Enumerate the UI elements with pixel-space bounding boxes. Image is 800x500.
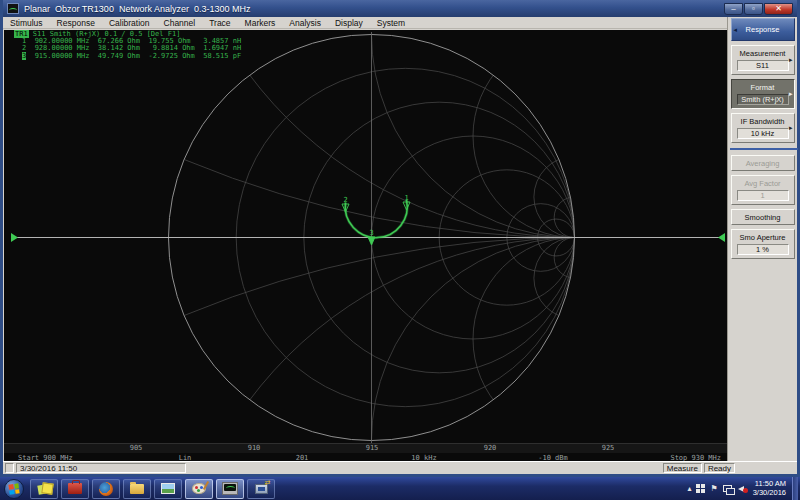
menu-channel[interactable]: Channel — [157, 18, 203, 28]
status-bar: 3/30/2016 11:50 Measure Ready — [3, 461, 797, 474]
remote-desktop-icon[interactable] — [247, 479, 275, 499]
menu-display[interactable]: Display — [328, 18, 370, 28]
softkey-response[interactable]: ◂ Response — [731, 18, 795, 41]
marker-readout-row-3: 3 915.00000 MHz 49.749 Ohm -2.9725 Ohm 5… — [14, 53, 241, 60]
tick-925: 925 — [602, 444, 615, 452]
chevron-left-icon: ◂ — [734, 26, 738, 34]
softkey-averaging[interactable]: Averaging — [731, 155, 795, 171]
softkey-measurement[interactable]: Measurement S11 ▸ — [731, 45, 795, 75]
firefox-icon[interactable] — [92, 479, 120, 499]
softkey-panel: ◂ Response Measurement S11 ▸ Format Smit… — [727, 17, 797, 461]
softkey-smo-aperture[interactable]: Smo Aperture 1 % — [731, 229, 795, 259]
trace-readout: TR1 S11 Smith (R+jX) 0.1 / 0.5 [Del F1] … — [14, 31, 241, 60]
minimize-button[interactable]: – — [724, 3, 743, 15]
s11-trace — [345, 200, 407, 238]
hidden-icons-arrow[interactable]: ▴ — [687, 484, 691, 493]
maximize-button[interactable]: ▫ — [744, 3, 763, 15]
action-center-flag-icon[interactable]: ⚑ — [710, 484, 717, 493]
softkey-if-bandwidth[interactable]: IF Bandwidth 10 kHz ▸ — [731, 113, 795, 143]
svg-text:2: 2 — [343, 196, 347, 204]
softkey-avg-factor[interactable]: Avg Factor 1 — [731, 175, 795, 205]
menu-analysis[interactable]: Analysis — [282, 18, 328, 28]
softkey-format[interactable]: Format Smith (R+jX) ▸ — [731, 79, 795, 109]
close-button[interactable]: ✕ — [764, 3, 793, 15]
paint-icon[interactable] — [185, 479, 213, 499]
app-window: Planar Obzor TR1300 Network Analyzer 0.3… — [0, 0, 800, 477]
smith-chart: 123 — [4, 30, 727, 461]
volume-muted-icon[interactable] — [738, 484, 748, 493]
status-icon — [5, 463, 14, 473]
taskbar-clock[interactable]: 11:50 AM 3/30/2016 — [753, 480, 786, 497]
explorer-folder-icon[interactable] — [123, 479, 151, 499]
svg-text:3: 3 — [369, 229, 373, 237]
menu-markers[interactable]: Markers — [238, 18, 283, 28]
toolbox-icon[interactable] — [61, 479, 89, 499]
title-bar: Planar Obzor TR1300 Network Analyzer 0.3… — [3, 0, 797, 17]
sticky-notes-icon[interactable] — [30, 479, 58, 499]
image-viewer-icon[interactable] — [154, 479, 182, 499]
menu-bar: Stimulus Response Calibration Channel Tr… — [3, 17, 727, 29]
network-grid-icon[interactable] — [696, 484, 705, 493]
taskbar: ▴ ⚑ 11:50 AM 3/30/2016 — [0, 477, 800, 500]
tr1300-analyzer-icon[interactable] — [216, 479, 244, 499]
softkey-separator — [730, 148, 798, 150]
show-desktop-button[interactable] — [792, 477, 798, 500]
left-reference-arrow-icon — [11, 233, 18, 242]
trace-marker-3[interactable]: 3 — [368, 229, 375, 246]
smith-grid — [4, 30, 727, 461]
svg-text:1: 1 — [404, 194, 408, 202]
dual-display-icon[interactable] — [723, 485, 733, 493]
chevron-right-icon: ▸ — [789, 124, 793, 132]
menu-trace[interactable]: Trace — [202, 18, 237, 28]
app-icon — [7, 3, 19, 14]
window-title: Planar Obzor TR1300 Network Analyzer 0.3… — [24, 4, 250, 14]
s11-trace-glow — [345, 200, 407, 238]
chevron-right-icon: ▸ — [789, 90, 793, 98]
tick-920: 920 — [484, 444, 497, 452]
windows-logo-icon — [8, 483, 19, 494]
chevron-right-icon: ▸ — [789, 56, 793, 64]
softkey-smoothing[interactable]: Smoothing — [731, 209, 795, 225]
tick-910: 910 — [248, 444, 261, 452]
menu-stimulus[interactable]: Stimulus — [3, 18, 50, 28]
menu-response[interactable]: Response — [50, 18, 102, 28]
start-button[interactable] — [4, 479, 24, 499]
smith-chart-plot-area: 123 TR1 S11 Smith (R+jX) 0.1 / 0.5 [Del … — [4, 30, 727, 461]
menu-calibration[interactable]: Calibration — [102, 18, 157, 28]
right-reference-arrow-icon — [718, 233, 725, 242]
tick-905: 905 — [130, 444, 143, 452]
status-mode: Measure — [663, 463, 702, 473]
status-datetime: 3/30/2016 11:50 — [16, 463, 186, 473]
tick-915: 915 — [366, 444, 379, 452]
system-tray: ▴ ⚑ 11:50 AM 3/30/2016 — [687, 477, 798, 500]
status-state: Ready — [704, 463, 735, 473]
menu-system[interactable]: System — [370, 18, 412, 28]
